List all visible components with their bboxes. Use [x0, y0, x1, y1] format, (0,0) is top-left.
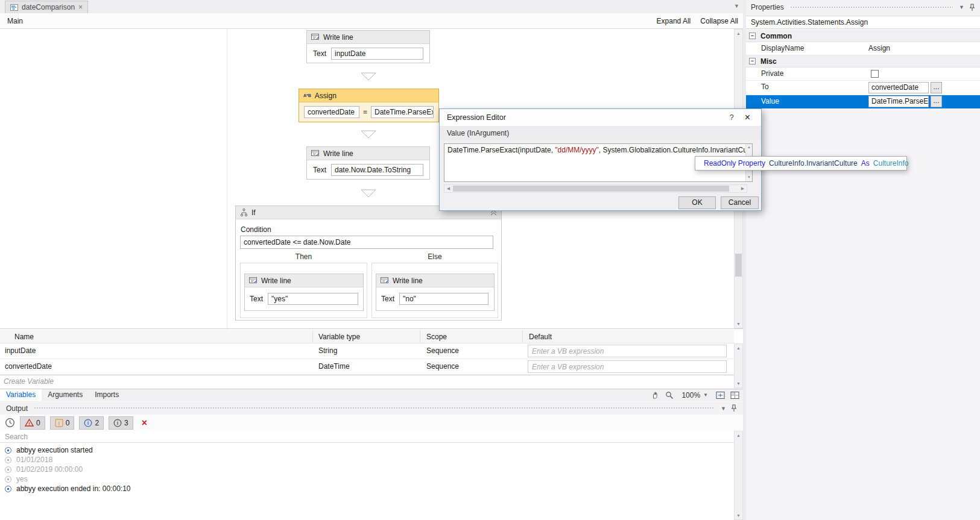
- scroll-left-icon[interactable]: ◀: [444, 185, 452, 192]
- tab-variables[interactable]: Variables: [0, 389, 42, 401]
- property-row-private[interactable]: Private: [746, 67, 980, 81]
- pin-icon[interactable]: [969, 4, 975, 11]
- variable-name[interactable]: inputDate: [5, 346, 36, 355]
- property-row-value[interactable]: Value DateTime.ParseEx ...: [746, 95, 980, 108]
- pin-icon[interactable]: [731, 404, 737, 412]
- scroll-up-icon[interactable]: ▲: [735, 431, 742, 440]
- info-filter-button[interactable]: i 2: [79, 416, 104, 430]
- then-branch[interactable]: Write line Text "yes": [240, 263, 367, 318]
- activity-write-line-2[interactable]: Write line Text date.Now.Date.ToString: [306, 146, 430, 180]
- assign-value-input[interactable]: DateTime.ParseExa: [371, 106, 434, 118]
- dialog-titlebar[interactable]: Expression Editor ? ×: [440, 109, 761, 126]
- scrollbar-thumb[interactable]: [453, 186, 729, 192]
- variable-name[interactable]: convertedDate: [5, 362, 52, 371]
- output-scrollbar[interactable]: ▲ ▼: [734, 431, 743, 520]
- activity-write-line-1[interactable]: Write line Text inputDate: [306, 30, 430, 63]
- chevron-down-icon[interactable]: ▼: [721, 406, 726, 412]
- scroll-right-icon[interactable]: ▶: [739, 185, 747, 192]
- scroll-up-icon[interactable]: ▲: [746, 144, 752, 151]
- tab-imports[interactable]: Imports: [89, 389, 125, 401]
- scroll-up-icon[interactable]: ▲: [735, 30, 742, 38]
- log-line[interactable]: 01/01/2018: [5, 455, 52, 465]
- variables-table-header: Name Variable type Scope Default: [0, 330, 734, 343]
- collapse-all-link[interactable]: Collapse All: [700, 17, 738, 25]
- zoom-magnifier-icon[interactable]: [665, 391, 674, 399]
- textarea-hscrollbar[interactable]: ◀ ▶: [444, 184, 747, 193]
- scroll-down-icon[interactable]: ▼: [735, 380, 742, 388]
- activity-write-line-yes[interactable]: Write line Text "yes": [244, 274, 364, 311]
- condition-input[interactable]: convertedDate <= date.Now.Date: [240, 236, 493, 249]
- variable-type[interactable]: String: [318, 346, 337, 355]
- breadcrumb-main[interactable]: Main: [7, 17, 23, 25]
- activity-write-line-no[interactable]: Write line Text "no": [376, 274, 495, 311]
- activity-if[interactable]: If Condition convertedDate <= date.Now.D…: [235, 205, 502, 321]
- timestamp-clock-icon[interactable]: [5, 418, 15, 428]
- property-row-displayname[interactable]: DisplayName Assign: [746, 42, 980, 55]
- col-name[interactable]: Name: [14, 333, 34, 341]
- clear-output-icon[interactable]: ×: [142, 418, 147, 428]
- more-tabs-icon[interactable]: ▼: [734, 3, 739, 9]
- tab-datecomparison[interactable]: dateComparison ×: [5, 1, 88, 13]
- col-scope[interactable]: Scope: [426, 333, 447, 341]
- fit-to-screen-icon[interactable]: [716, 391, 725, 399]
- variable-default-input[interactable]: [528, 345, 727, 357]
- variable-default-input[interactable]: [528, 360, 727, 373]
- col-default[interactable]: Default: [529, 333, 552, 341]
- close-icon[interactable]: ×: [741, 112, 754, 123]
- output-search-input[interactable]: [0, 431, 734, 443]
- scroll-up-icon[interactable]: ▲: [735, 344, 742, 352]
- warnings-filter-button[interactable]: ! 0: [50, 416, 75, 430]
- variable-type[interactable]: DateTime: [318, 362, 350, 371]
- scroll-down-icon[interactable]: ▼: [735, 512, 742, 520]
- variable-row[interactable]: convertedDate DateTime Sequence: [0, 359, 734, 375]
- group-label: Common: [760, 32, 792, 40]
- value-ellipsis-button[interactable]: ...: [931, 96, 942, 107]
- assign-to-input[interactable]: convertedDate: [304, 106, 359, 118]
- overview-icon[interactable]: [730, 391, 739, 399]
- expand-all-link[interactable]: Expand All: [657, 17, 691, 25]
- column-divider[interactable]: [420, 330, 420, 343]
- flow-arrow-icon: [361, 72, 376, 81]
- create-variable-link[interactable]: Create Variable: [0, 375, 734, 388]
- cancel-button[interactable]: Cancel: [721, 196, 759, 209]
- to-ellipsis-button[interactable]: ...: [931, 82, 942, 93]
- log-line[interactable]: abbyy execution ended in: 00:00:10: [5, 484, 130, 493]
- write-line-text-input[interactable]: "yes": [268, 293, 358, 305]
- write-line-text-input[interactable]: date.Now.Date.ToString: [331, 164, 423, 176]
- collapse-group-icon[interactable]: −: [749, 58, 756, 64]
- private-checkbox[interactable]: [871, 70, 879, 78]
- group-common[interactable]: − Common: [746, 30, 980, 42]
- column-divider[interactable]: [312, 330, 313, 343]
- col-variable-type[interactable]: Variable type: [318, 333, 360, 341]
- log-line[interactable]: 01/02/2019 00:00:00: [5, 465, 83, 474]
- tab-close-icon[interactable]: ×: [78, 3, 83, 11]
- trace-filter-button[interactable]: i 3: [109, 416, 133, 430]
- variable-row[interactable]: inputDate String Sequence: [0, 343, 734, 359]
- ok-button[interactable]: OK: [678, 196, 716, 209]
- value-value-input[interactable]: DateTime.ParseEx: [868, 96, 929, 107]
- zoom-level-select[interactable]: 100% ▼: [679, 390, 710, 400]
- chevron-down-icon[interactable]: ▼: [959, 4, 964, 10]
- errors-filter-button[interactable]: ! 0: [20, 416, 45, 430]
- activity-assign[interactable]: A*B Assign convertedDate = DateTime.Pars…: [299, 89, 439, 122]
- variable-scope[interactable]: Sequence: [426, 346, 459, 355]
- write-line-text-input[interactable]: inputDate: [331, 48, 423, 60]
- tab-arguments[interactable]: Arguments: [42, 389, 89, 401]
- write-line-text-input[interactable]: "no": [399, 293, 488, 305]
- variables-scrollbar[interactable]: ▲ ▼: [734, 343, 743, 388]
- log-line[interactable]: yes: [5, 474, 28, 484]
- else-branch[interactable]: Write line Text "no": [371, 263, 498, 318]
- scrollbar-thumb[interactable]: [735, 254, 742, 277]
- to-value-input[interactable]: convertedDate: [868, 82, 929, 93]
- help-icon[interactable]: ?: [722, 113, 741, 122]
- property-value[interactable]: Assign: [868, 44, 890, 52]
- scroll-down-icon[interactable]: ▼: [735, 320, 742, 328]
- collapse-group-icon[interactable]: −: [749, 33, 756, 39]
- pan-hand-icon[interactable]: [651, 390, 660, 399]
- variable-scope[interactable]: Sequence: [426, 362, 459, 371]
- property-row-to[interactable]: To convertedDate ...: [746, 81, 980, 95]
- column-divider[interactable]: [522, 330, 523, 343]
- scroll-down-icon[interactable]: ▼: [746, 174, 752, 181]
- group-misc[interactable]: − Misc: [746, 55, 980, 67]
- log-line[interactable]: abbyy execution started: [5, 445, 93, 455]
